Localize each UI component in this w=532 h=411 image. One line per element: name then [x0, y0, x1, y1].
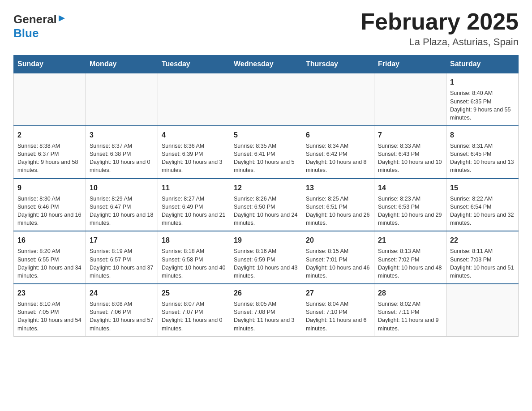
- day-info: Sunrise: 8:31 AM Sunset: 6:45 PM Dayligh…: [450, 142, 515, 175]
- day-info: Sunrise: 8:34 AM Sunset: 6:42 PM Dayligh…: [306, 142, 370, 175]
- weekday-header-wednesday: Wednesday: [230, 56, 302, 73]
- day-info: Sunrise: 8:08 AM Sunset: 7:06 PM Dayligh…: [90, 300, 154, 333]
- day-number: 26: [234, 288, 298, 298]
- day-number: 20: [306, 235, 370, 245]
- day-number: 11: [162, 183, 226, 193]
- calendar-cell: [446, 284, 519, 336]
- calendar-cell: 23Sunrise: 8:10 AM Sunset: 7:05 PM Dayli…: [14, 284, 86, 336]
- day-number: 24: [90, 288, 154, 298]
- day-info: Sunrise: 8:35 AM Sunset: 6:41 PM Dayligh…: [234, 142, 298, 175]
- day-info: Sunrise: 8:02 AM Sunset: 7:11 PM Dayligh…: [378, 300, 442, 333]
- weekday-header-sunday: Sunday: [14, 56, 86, 73]
- day-number: 5: [234, 130, 298, 140]
- calendar-cell: 5Sunrise: 8:35 AM Sunset: 6:41 PM Daylig…: [230, 126, 302, 179]
- calendar-week-row: 16Sunrise: 8:20 AM Sunset: 6:55 PM Dayli…: [14, 231, 519, 284]
- calendar-subtitle: La Plaza, Asturias, Spain: [360, 36, 519, 48]
- calendar-cell: 27Sunrise: 8:04 AM Sunset: 7:10 PM Dayli…: [302, 284, 374, 336]
- calendar-cell: 22Sunrise: 8:11 AM Sunset: 7:03 PM Dayli…: [446, 231, 519, 284]
- day-number: 6: [306, 130, 370, 140]
- header: General Blue February 2025 La Plaza, Ast…: [13, 9, 519, 48]
- calendar-cell: 10Sunrise: 8:29 AM Sunset: 6:47 PM Dayli…: [86, 179, 158, 231]
- calendar-cell: 1Sunrise: 8:40 AM Sunset: 6:35 PM Daylig…: [446, 73, 519, 126]
- day-info: Sunrise: 8:13 AM Sunset: 7:02 PM Dayligh…: [378, 247, 442, 280]
- day-number: 21: [378, 235, 442, 245]
- calendar-cell: 19Sunrise: 8:16 AM Sunset: 6:59 PM Dayli…: [230, 231, 302, 284]
- day-info: Sunrise: 8:30 AM Sunset: 6:46 PM Dayligh…: [17, 195, 82, 227]
- day-info: Sunrise: 8:10 AM Sunset: 7:05 PM Dayligh…: [17, 300, 82, 333]
- calendar-week-row: 9Sunrise: 8:30 AM Sunset: 6:46 PM Daylig…: [14, 179, 519, 231]
- day-info: Sunrise: 8:37 AM Sunset: 6:38 PM Dayligh…: [90, 142, 154, 175]
- day-number: 7: [378, 130, 442, 140]
- day-info: Sunrise: 8:04 AM Sunset: 7:10 PM Dayligh…: [306, 300, 370, 333]
- day-info: Sunrise: 8:05 AM Sunset: 7:08 PM Dayligh…: [234, 300, 298, 333]
- day-number: 18: [162, 235, 226, 245]
- day-info: Sunrise: 8:07 AM Sunset: 7:07 PM Dayligh…: [162, 300, 226, 333]
- calendar-cell: 18Sunrise: 8:18 AM Sunset: 6:58 PM Dayli…: [158, 231, 230, 284]
- calendar-cell: 20Sunrise: 8:15 AM Sunset: 7:01 PM Dayli…: [302, 231, 374, 284]
- day-number: 16: [17, 235, 82, 245]
- calendar-cell: 28Sunrise: 8:02 AM Sunset: 7:11 PM Dayli…: [374, 284, 446, 336]
- day-info: Sunrise: 8:18 AM Sunset: 6:58 PM Dayligh…: [162, 247, 226, 280]
- calendar-cell: 14Sunrise: 8:23 AM Sunset: 6:53 PM Dayli…: [374, 179, 446, 231]
- day-number: 12: [234, 183, 298, 193]
- calendar-cell: 12Sunrise: 8:26 AM Sunset: 6:50 PM Dayli…: [230, 179, 302, 231]
- weekday-header-tuesday: Tuesday: [158, 56, 230, 73]
- calendar-cell: 8Sunrise: 8:31 AM Sunset: 6:45 PM Daylig…: [446, 126, 519, 179]
- calendar-cell: 24Sunrise: 8:08 AM Sunset: 7:06 PM Dayli…: [86, 284, 158, 336]
- day-number: 9: [17, 183, 82, 193]
- day-info: Sunrise: 8:29 AM Sunset: 6:47 PM Dayligh…: [90, 195, 154, 227]
- day-number: 3: [90, 130, 154, 140]
- day-info: Sunrise: 8:22 AM Sunset: 6:54 PM Dayligh…: [450, 195, 515, 227]
- calendar-cell: [374, 73, 446, 126]
- weekday-header-monday: Monday: [86, 56, 158, 73]
- calendar-cell: 6Sunrise: 8:34 AM Sunset: 6:42 PM Daylig…: [302, 126, 374, 179]
- calendar-week-row: 23Sunrise: 8:10 AM Sunset: 7:05 PM Dayli…: [14, 284, 519, 336]
- calendar-cell: 25Sunrise: 8:07 AM Sunset: 7:07 PM Dayli…: [158, 284, 230, 336]
- day-number: 22: [450, 235, 515, 245]
- calendar-cell: 21Sunrise: 8:13 AM Sunset: 7:02 PM Dayli…: [374, 231, 446, 284]
- day-number: 28: [378, 288, 442, 298]
- day-info: Sunrise: 8:36 AM Sunset: 6:39 PM Dayligh…: [162, 142, 226, 175]
- calendar-cell: 4Sunrise: 8:36 AM Sunset: 6:39 PM Daylig…: [158, 126, 230, 179]
- day-info: Sunrise: 8:27 AM Sunset: 6:49 PM Dayligh…: [162, 195, 226, 227]
- calendar-cell: 26Sunrise: 8:05 AM Sunset: 7:08 PM Dayli…: [230, 284, 302, 336]
- logo-general-text: General: [13, 13, 57, 26]
- day-number: 23: [17, 288, 82, 298]
- day-number: 2: [17, 130, 82, 140]
- day-number: 15: [450, 183, 515, 193]
- day-number: 27: [306, 288, 370, 298]
- calendar-cell: [86, 73, 158, 126]
- calendar-week-row: 2Sunrise: 8:38 AM Sunset: 6:37 PM Daylig…: [14, 126, 519, 179]
- calendar-cell: [14, 73, 86, 126]
- day-number: 14: [378, 183, 442, 193]
- day-info: Sunrise: 8:11 AM Sunset: 7:03 PM Dayligh…: [450, 247, 515, 280]
- calendar-cell: 7Sunrise: 8:33 AM Sunset: 6:43 PM Daylig…: [374, 126, 446, 179]
- title-area: February 2025 La Plaza, Asturias, Spain: [360, 9, 519, 48]
- calendar-cell: [158, 73, 230, 126]
- day-info: Sunrise: 8:20 AM Sunset: 6:55 PM Dayligh…: [17, 247, 82, 280]
- day-number: 25: [162, 288, 226, 298]
- day-number: 1: [450, 77, 515, 87]
- day-info: Sunrise: 8:40 AM Sunset: 6:35 PM Dayligh…: [450, 89, 515, 122]
- weekday-header-friday: Friday: [374, 56, 446, 73]
- calendar-cell: [230, 73, 302, 126]
- calendar-cell: 16Sunrise: 8:20 AM Sunset: 6:55 PM Dayli…: [14, 231, 86, 284]
- logo-blue-text: Blue: [13, 26, 39, 40]
- weekday-header-row: SundayMondayTuesdayWednesdayThursdayFrid…: [14, 56, 519, 73]
- calendar-cell: [302, 73, 374, 126]
- calendar-cell: 17Sunrise: 8:19 AM Sunset: 6:57 PM Dayli…: [86, 231, 158, 284]
- logo-arrow-icon: [58, 14, 66, 24]
- calendar-title: February 2025: [360, 9, 519, 34]
- day-number: 8: [450, 130, 515, 140]
- day-info: Sunrise: 8:23 AM Sunset: 6:53 PM Dayligh…: [378, 195, 442, 227]
- day-number: 10: [90, 183, 154, 193]
- calendar-cell: 15Sunrise: 8:22 AM Sunset: 6:54 PM Dayli…: [446, 179, 519, 231]
- day-number: 4: [162, 130, 226, 140]
- calendar-cell: 2Sunrise: 8:38 AM Sunset: 6:37 PM Daylig…: [14, 126, 86, 179]
- calendar-cell: 9Sunrise: 8:30 AM Sunset: 6:46 PM Daylig…: [14, 179, 86, 231]
- weekday-header-saturday: Saturday: [446, 56, 519, 73]
- day-number: 19: [234, 235, 298, 245]
- day-info: Sunrise: 8:25 AM Sunset: 6:51 PM Dayligh…: [306, 195, 370, 227]
- day-info: Sunrise: 8:15 AM Sunset: 7:01 PM Dayligh…: [306, 247, 370, 280]
- logo: General Blue: [13, 9, 66, 40]
